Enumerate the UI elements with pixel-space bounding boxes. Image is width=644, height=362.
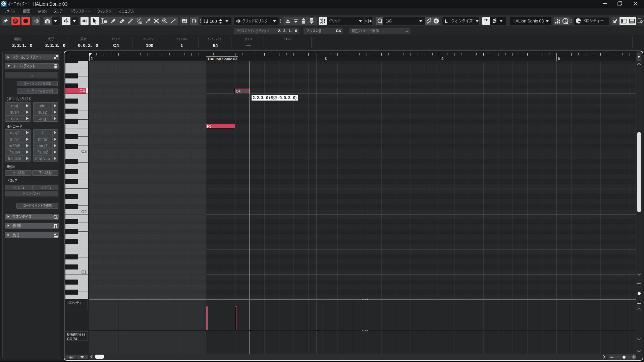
- svg-text:e: e: [435, 18, 437, 23]
- svg-text:S: S: [14, 19, 17, 24]
